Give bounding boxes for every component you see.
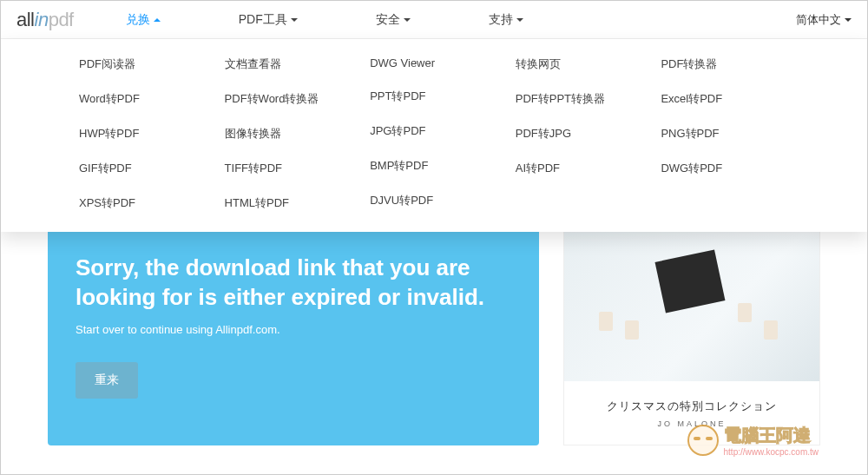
mega-link[interactable]: DWG Viewer	[370, 56, 498, 69]
mega-link[interactable]: 图像转换器	[225, 126, 353, 142]
logo-part-in: in	[35, 9, 49, 30]
giftbox-icon	[655, 249, 726, 313]
nav-pdf-tools[interactable]: PDF工具	[239, 12, 298, 28]
sidebar-ad[interactable]: i✕ クリスマスの特別コレクション JO MALONE	[563, 228, 820, 445]
mega-link[interactable]: BMP转PDF	[370, 158, 498, 174]
mega-link[interactable]: GIF转PDF	[79, 161, 207, 176]
mega-link[interactable]: 转换网页	[516, 56, 644, 72]
mega-link[interactable]: AI转PDF	[516, 161, 644, 176]
mega-link[interactable]: Excel转PDF	[661, 91, 789, 107]
watermark: 電腦王阿達 http://www.kocpc.com.tw	[687, 424, 819, 457]
logo-part-all: all	[16, 9, 35, 30]
mega-link[interactable]: XPS转PDF	[79, 195, 207, 211]
ad-caption-line1: クリスマスの特別コレクション	[607, 399, 777, 414]
error-subtext: Start over to continue using Allinpdf.co…	[76, 323, 511, 336]
chevron-down-icon	[404, 18, 411, 22]
error-heading: Sorry, the download link that you are lo…	[76, 253, 511, 313]
main-panel: Sorry, the download link that you are lo…	[48, 228, 820, 445]
mega-col-1: 文档查看器 PDF转Word转换器 图像转换器 TIFF转PDF HTML转PD…	[225, 56, 353, 211]
ad-image	[564, 229, 819, 381]
mega-link[interactable]: PDF转换器	[661, 56, 789, 72]
top-navbar: allinpdf 兑换 PDF工具 安全 支持 简体中文	[1, 1, 867, 39]
mega-link[interactable]: PDF转JPG	[516, 126, 644, 142]
watermark-url: http://www.kocpc.com.tw	[724, 447, 819, 457]
product-icon	[625, 320, 639, 340]
mega-link[interactable]: PPT转PDF	[370, 89, 498, 104]
error-box: Sorry, the download link that you are lo…	[48, 228, 539, 445]
language-selector[interactable]: 简体中文	[796, 12, 852, 28]
mega-col-3: 转换网页 PDF转PPT转换器 PDF转JPG AI转PDF	[516, 56, 644, 211]
nav-convert-label: 兑换	[126, 12, 150, 28]
chevron-up-icon	[154, 18, 161, 22]
chevron-down-icon	[516, 18, 523, 22]
chevron-down-icon	[845, 18, 852, 22]
main-nav: 兑换 PDF工具 安全 支持	[126, 12, 523, 28]
nav-security[interactable]: 安全	[376, 12, 411, 28]
nav-security-label: 安全	[376, 12, 400, 28]
mega-link[interactable]: PDF转PPT转换器	[516, 91, 644, 107]
mega-col-0: PDF阅读器 Word转PDF HWP转PDF GIF转PDF XPS转PDF	[79, 56, 207, 211]
logo[interactable]: allinpdf	[16, 9, 74, 31]
product-icon	[764, 320, 778, 340]
mega-link[interactable]: Word转PDF	[79, 91, 207, 107]
language-label: 简体中文	[796, 12, 841, 28]
watermark-text: 電腦王阿達 http://www.kocpc.com.tw	[724, 424, 819, 457]
nav-convert[interactable]: 兑换	[126, 12, 161, 28]
mega-link[interactable]: PNG转PDF	[661, 126, 789, 142]
mega-link[interactable]: 文档查看器	[225, 56, 353, 72]
mega-link[interactable]: HTML转PDF	[225, 195, 353, 211]
mega-link[interactable]: TIFF转PDF	[225, 161, 353, 176]
mega-link[interactable]: DJVU转PDF	[370, 193, 498, 208]
mega-col-4: PDF转换器 Excel转PDF PNG转PDF DWG转PDF	[661, 56, 789, 211]
logo-part-pdf: pdf	[49, 9, 74, 30]
mascot-icon	[687, 425, 719, 456]
mega-link[interactable]: HWP转PDF	[79, 126, 207, 142]
mega-col-2: DWG Viewer PPT转PDF JPG转PDF BMP转PDF DJVU转…	[370, 56, 498, 211]
mega-link[interactable]: DWG转PDF	[661, 161, 789, 176]
nav-pdf-tools-label: PDF工具	[239, 12, 287, 28]
chevron-down-icon	[291, 18, 298, 22]
nav-support[interactable]: 支持	[489, 12, 523, 28]
retry-button[interactable]: 重来	[76, 362, 138, 399]
product-icon	[599, 312, 613, 331]
mega-link[interactable]: PDF转Word转换器	[225, 91, 353, 107]
nav-support-label: 支持	[489, 12, 513, 28]
watermark-cn: 電腦王阿達	[724, 424, 819, 447]
mega-menu: PDF阅读器 Word转PDF HWP转PDF GIF转PDF XPS转PDF …	[1, 39, 867, 232]
mega-link[interactable]: JPG转PDF	[370, 123, 498, 139]
product-icon	[738, 303, 752, 322]
mega-link[interactable]: PDF阅读器	[79, 56, 207, 72]
